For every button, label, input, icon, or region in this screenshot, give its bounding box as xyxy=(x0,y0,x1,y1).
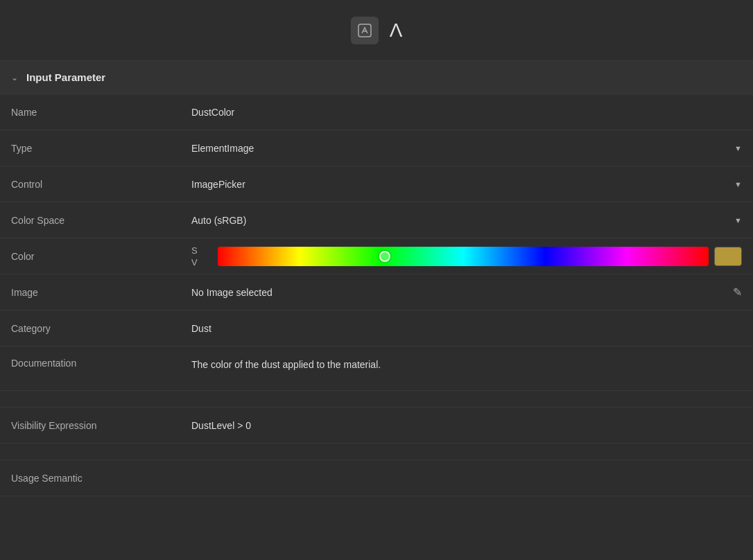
value-image: No Image selected ✎ xyxy=(191,286,742,299)
label-control: Control xyxy=(11,179,191,190)
value-control[interactable]: ImagePicker ▼ xyxy=(191,179,742,190)
property-row-documentation: Documentation The color of the dust appl… xyxy=(0,347,753,391)
v-label: V xyxy=(191,257,212,268)
separator-1 xyxy=(0,391,753,408)
value-documentation: The color of the dust applied to the mat… xyxy=(191,358,742,372)
top-bar: Λ xyxy=(0,0,753,61)
label-image: Image xyxy=(11,287,191,298)
property-row-type: Type ElementImage ▼ xyxy=(0,130,753,166)
color-row-content: S V xyxy=(191,245,742,268)
property-row-name: Name DustColor xyxy=(0,94,753,130)
dropdown-arrow-type: ▼ xyxy=(734,144,742,152)
property-row-usage: Usage Semantic xyxy=(0,460,753,496)
lambda-symbol: Λ xyxy=(390,19,403,42)
color-handle[interactable] xyxy=(379,251,390,262)
label-usage: Usage Semantic xyxy=(11,473,191,484)
properties-container: Name DustColor Type ElementImage ▼ Contr… xyxy=(0,94,753,496)
svg-rect-0 xyxy=(358,24,371,37)
value-visibility[interactable]: DustLevel > 0 xyxy=(191,420,742,431)
property-row-control: Control ImagePicker ▼ xyxy=(0,166,753,202)
color-slider[interactable] xyxy=(218,247,709,266)
label-visibility: Visibility Expression xyxy=(11,420,191,431)
section-title: Input Parameter xyxy=(26,71,105,83)
dropdown-arrow-color-space: ▼ xyxy=(734,216,742,225)
property-row-color-space: Color Space Auto (sRGB) ▼ xyxy=(0,202,753,238)
value-category: Dust xyxy=(191,323,742,334)
value-color-space[interactable]: Auto (sRGB) ▼ xyxy=(191,215,742,226)
label-type: Type xyxy=(11,143,191,154)
dropdown-arrow-control: ▼ xyxy=(734,180,742,189)
section-header[interactable]: ⌄ Input Parameter xyxy=(0,61,753,94)
property-row-color: Color S V xyxy=(0,238,753,274)
value-type[interactable]: ElementImage ▼ xyxy=(191,143,742,154)
edit-icon[interactable]: ✎ xyxy=(733,286,742,299)
property-row-visibility: Visibility Expression DustLevel > 0 xyxy=(0,408,753,444)
chevron-down-icon: ⌄ xyxy=(11,73,18,82)
label-name: Name xyxy=(11,107,191,118)
property-row-category: Category Dust xyxy=(0,310,753,347)
property-row-image: Image No Image selected ✎ xyxy=(0,274,753,310)
label-color: Color xyxy=(11,251,191,262)
color-slider-bar xyxy=(218,247,709,266)
value-name: DustColor xyxy=(191,107,742,118)
label-color-space: Color Space xyxy=(11,215,191,226)
separator-2 xyxy=(0,444,753,460)
app-icon[interactable] xyxy=(351,17,379,44)
color-swatch[interactable] xyxy=(714,247,742,266)
s-label: S xyxy=(191,245,212,256)
label-category: Category xyxy=(11,323,191,334)
label-documentation: Documentation xyxy=(11,358,191,369)
sv-labels: S V xyxy=(191,245,212,268)
value-color: S V xyxy=(191,245,742,268)
